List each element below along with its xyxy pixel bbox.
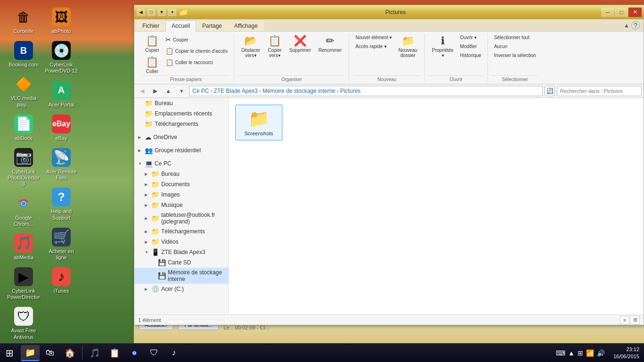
ribbon-copy-path-btn[interactable]: 📋 Copier le chemin d'accès <box>163 46 230 56</box>
desktop-icon-ebay[interactable]: eBay eBay <box>42 112 80 144</box>
ribbon-new-item-btn[interactable]: Nouvel élément ▾ <box>353 33 394 41</box>
volume-icon[interactable]: 🔊 <box>597 349 605 357</box>
tab-affichage[interactable]: Affichage <box>228 20 264 31</box>
crumb-pictures[interactable]: Pictures <box>340 88 360 94</box>
nav-up-btn[interactable]: ▲ <box>163 86 174 96</box>
desktop-icon-abmedia[interactable]: 🎵 abMedia <box>5 231 42 263</box>
ribbon-cut-btn[interactable]: ✂ Couper <box>163 34 230 45</box>
tab-fichier[interactable]: Fichier <box>136 20 165 31</box>
nav-bureau2[interactable]: ▶ 📁 Bureau <box>134 169 228 179</box>
ribbon-select-none-btn[interactable]: Aucun <box>492 42 538 50</box>
nav-back-btn[interactable]: ◀ <box>136 86 148 96</box>
titlebar-btn-3[interactable]: ▼ <box>157 8 166 16</box>
tab-partage[interactable]: Partage <box>196 20 228 31</box>
ribbon-copy-btn[interactable]: 📋 Copier <box>142 33 162 54</box>
taskbar-store[interactable]: 🛍 <box>41 345 59 361</box>
desktop-icon-corbeille[interactable]: 🗑 Corbeille <box>5 5 42 37</box>
desktop-icon-powerdir[interactable]: ▶ CyberLink PowerDirector <box>5 264 42 303</box>
crumb-memoire[interactable]: Mémoire de stockage interne <box>263 88 336 94</box>
close-button[interactable]: ✕ <box>628 8 642 17</box>
ribbon-paste-btn[interactable]: 📋 Coller <box>142 55 162 75</box>
start-button[interactable]: ⊞ <box>0 344 19 362</box>
maximize-button[interactable]: □ <box>615 8 628 17</box>
keyboard-tray-icon[interactable]: ⌨ <box>556 349 565 357</box>
desktop-icon-abdocs[interactable]: 📄 abDocs <box>5 112 42 144</box>
ribbon-history-btn[interactable]: Historique <box>458 51 484 59</box>
desktop-icon-vlc[interactable]: 🔶 VLC media play... <box>5 72 42 110</box>
nav-groupe[interactable]: ▶ 👥 Groupe résidentiel <box>134 145 228 156</box>
desktop-icon-abphoto[interactable]: 🖼 abPhoto <box>42 5 80 37</box>
nav-images[interactable]: ▶ 📁 Images <box>134 189 228 200</box>
taskbar-clock[interactable]: 23:12 16/06/2015 <box>609 346 644 360</box>
nav-forward-btn[interactable]: ▶ <box>149 86 161 96</box>
nav-tablet-user[interactable]: ▶ 📁 tabletuser@outlook.fr (pclegrand) <box>134 210 228 226</box>
nav-emplacements[interactable]: 📁 Emplacements récents <box>134 108 228 119</box>
search-input[interactable] <box>557 86 642 96</box>
taskbar-itunes[interactable]: ♪ <box>165 345 183 361</box>
nav-videos[interactable]: ▶ 📁 Vidéos <box>134 237 228 247</box>
titlebar-btn-2[interactable]: □ <box>147 8 156 16</box>
desktop-icon-acer-portal[interactable]: A Acer Portal <box>42 78 80 111</box>
nav-cepc[interactable]: ▼ 💻 Ce PC <box>134 158 228 169</box>
crumb-zte[interactable]: ZTE Blade Apex3 <box>214 88 257 94</box>
nav-telechargements-quick[interactable]: 📁 Téléchargements <box>134 119 228 129</box>
desktop-icon-itunes[interactable]: ♪ iTunes <box>42 264 80 297</box>
ribbon-help-btn[interactable]: ? <box>631 21 640 30</box>
nav-documents[interactable]: ▶ 📁 Documents <box>134 179 228 189</box>
nav-bureau[interactable]: 📁 Bureau <box>134 98 228 108</box>
new-folder-label: Nouveau <box>398 48 417 53</box>
powerdvd-label: CyberLink PowerDVD 12 <box>44 62 78 74</box>
ribbon-new-folder-btn[interactable]: 📁 Nouveau dossier <box>395 33 421 59</box>
desktop-icon-acer-remote[interactable]: 📡 Acer Remote Files <box>42 145 80 184</box>
desktop-icon-help[interactable]: ? Help and Support <box>42 185 80 223</box>
desktop-icon-chrome[interactable]: Google Chrom... <box>5 191 42 230</box>
show-desktop-icon[interactable]: ▲ <box>568 349 575 357</box>
crumb-cepc[interactable]: Ce PC <box>192 88 209 94</box>
taskbar-stickynotes[interactable]: 📋 <box>105 345 124 361</box>
folder-screenshots[interactable]: 📁 Screenshots <box>235 105 282 140</box>
titlebar-btn-4[interactable]: ▾ <box>167 8 177 16</box>
taskbar-chrome[interactable] <box>125 345 144 361</box>
nav-telechargements2[interactable]: ▶ 📁 Téléchargements <box>134 226 228 237</box>
ribbon-copyto-btn[interactable]: 📋 Copier vers▾ <box>264 33 285 59</box>
titlebar-btn-1[interactable]: ◀ <box>136 8 146 16</box>
nav-onedrive[interactable]: ▶ ☁ OneDrive <box>134 132 228 142</box>
ribbon-move-btn[interactable]: 📂 Déplacer vers▾ <box>238 33 264 59</box>
ribbon-new-buttons: Nouvel élément ▾ Accès rapide ▾ 📁 Nouvea… <box>353 33 421 75</box>
ribbon-paste-shortcut-btn[interactable]: 📋 Coller le raccourci <box>163 57 230 67</box>
tab-accueil[interactable]: Accueil <box>165 20 196 32</box>
ribbon-quick-access-btn[interactable]: Accès rapide ▾ <box>353 42 389 50</box>
address-path[interactable]: Ce PC › ZTE Blade Apex3 › Mémoire de sto… <box>189 86 543 96</box>
taskbar-explorer[interactable]: 📁 <box>21 345 40 361</box>
ribbon-rename-btn[interactable]: ✏ Renommer <box>315 33 345 54</box>
ribbon-properties-btn[interactable]: ℹ Propriétés ▾ <box>429 33 457 59</box>
nav-acer-c[interactable]: ▶ 💿 Acer (C:) <box>134 284 228 294</box>
ribbon-delete-btn[interactable]: ❌ Supprimer <box>286 33 314 54</box>
nav-memoire[interactable]: 💾 Mémoire de stockage interne <box>134 268 228 284</box>
desktop-icon-booking[interactable]: B Booking.com <box>5 38 42 71</box>
nav-bureau2-label: Bureau <box>161 171 180 177</box>
corbeille-label: Corbeille <box>13 28 33 34</box>
list-view-btn[interactable]: ≡ <box>620 316 629 324</box>
taskbar-home[interactable]: 🏠 <box>60 345 79 361</box>
desktop-icon-cyberlink-photo[interactable]: 📷 CyberLink PhotoDirector 3 <box>5 145 42 190</box>
taskbar-spotify[interactable]: 🎵 <box>85 345 104 361</box>
nav-musique[interactable]: ▶ 📁 Musique <box>134 200 228 210</box>
refresh-btn[interactable]: 🔄 <box>545 86 555 96</box>
help-icon: ? <box>52 188 71 206</box>
minimize-button[interactable]: ─ <box>601 8 614 17</box>
grid-view-btn[interactable]: ⊞ <box>630 316 640 324</box>
nav-zte[interactable]: ▼ 📱 ZTE Blade Apex3 <box>134 247 228 257</box>
ribbon-collapse-btn[interactable]: ▲ <box>624 22 629 29</box>
nav-carte-sd[interactable]: 💾 Carte SD <box>134 257 228 268</box>
taskbar-avast[interactable]: 🛡 <box>145 345 164 361</box>
signal-icon[interactable]: 📶 <box>586 349 594 357</box>
nav-recent-btn[interactable]: ▾ <box>176 86 187 96</box>
desktop-icon-acheter[interactable]: 🛒 Acheter en ligne <box>42 225 80 263</box>
ribbon-invert-btn[interactable]: Inverser la sélection <box>492 51 538 59</box>
desktop-icon-powerdvd[interactable]: 💿 CyberLink PowerDVD 12 <box>42 38 80 77</box>
ribbon-select-all-btn[interactable]: Sélectionner tout <box>492 33 538 41</box>
desktop-icon-avast[interactable]: 🛡 Avast Free Antivirus <box>5 304 42 343</box>
ribbon-edit-btn[interactable]: Modifier <box>458 42 484 50</box>
ribbon-open-btn[interactable]: Ouvrir ▾ <box>458 33 484 41</box>
